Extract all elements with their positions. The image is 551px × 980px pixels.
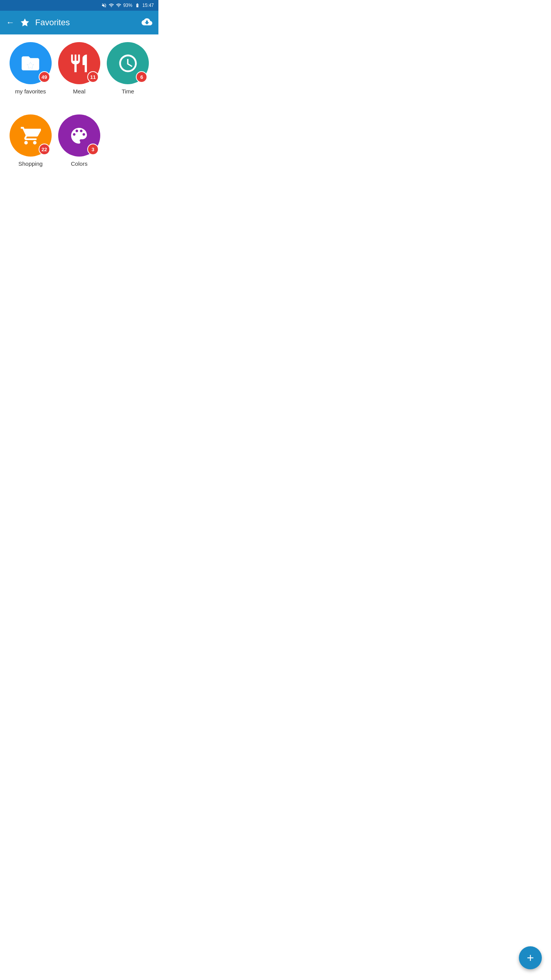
clock-icon [117, 53, 139, 74]
meal-badge: 11 [87, 71, 99, 83]
page-title: Favorites [35, 18, 70, 28]
palette-icon [68, 125, 90, 146]
cart-icon [20, 125, 41, 146]
status-icons: 93% 15:47 [101, 3, 154, 8]
favorites-content: 49 my favorites 11 Meal 6 [0, 34, 158, 185]
time-circle: 6 [107, 42, 149, 84]
category-my-favorites[interactable]: 49 my favorites [10, 42, 52, 95]
back-button[interactable]: ← [6, 18, 15, 28]
meal-label: Meal [73, 88, 86, 95]
battery-icon [134, 3, 140, 8]
wifi-icon [109, 3, 114, 8]
my-favorites-label: my favorites [15, 88, 46, 95]
download-icon[interactable] [142, 16, 152, 27]
colors-badge: 3 [87, 144, 99, 155]
row-2: 22 Shopping 3 Colors [6, 114, 152, 178]
mute-icon [101, 3, 107, 8]
colors-label: Colors [71, 160, 87, 167]
signal-icon [116, 3, 121, 8]
category-colors[interactable]: 3 Colors [55, 114, 103, 167]
app-bar: ← Favorites [0, 11, 158, 34]
utensils-icon [68, 53, 90, 74]
app-bar-left: ← Favorites [6, 18, 70, 28]
battery-text: 93% [123, 3, 132, 8]
category-time[interactable]: 6 Time [107, 42, 149, 95]
shopping-badge: 22 [39, 144, 50, 155]
shopping-label: Shopping [18, 160, 42, 167]
time-label: Time [122, 88, 134, 95]
star-folder-icon [20, 53, 41, 74]
meal-circle: 11 [58, 42, 100, 84]
my-favorites-badge: 49 [39, 71, 50, 83]
star-icon [20, 18, 30, 28]
shopping-circle: 22 [10, 114, 52, 157]
app-bar-right[interactable] [142, 16, 152, 29]
status-bar: 93% 15:47 [0, 0, 158, 11]
colors-circle: 3 [58, 114, 100, 157]
category-meal[interactable]: 11 Meal [58, 42, 100, 95]
time-text: 15:47 [142, 3, 154, 8]
category-shopping[interactable]: 22 Shopping [6, 114, 55, 167]
row-1: 49 my favorites 11 Meal 6 [6, 42, 152, 105]
time-badge: 6 [136, 71, 147, 83]
my-favorites-circle: 49 [10, 42, 52, 84]
